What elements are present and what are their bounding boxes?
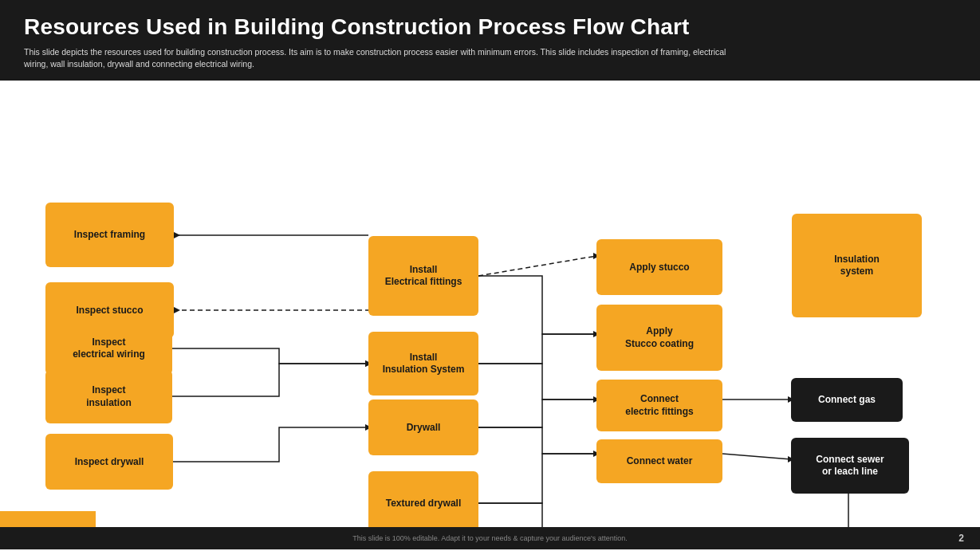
orange-accent-strip bbox=[0, 511, 96, 527]
svg-line-4 bbox=[722, 454, 791, 459]
header: Resources Used in Building Construction … bbox=[0, 0, 980, 81]
inspect-electrical-box: Inspect electrical wiring bbox=[45, 322, 172, 375]
inspect-drywall-box: Inspect drywall bbox=[45, 434, 173, 490]
apply-stucco-box: Apply stucco bbox=[596, 239, 722, 295]
header-description: This slide depicts the resources used fo… bbox=[24, 46, 742, 69]
apply-stucco-coating-box: Apply Stucco coating bbox=[596, 305, 722, 371]
svg-marker-5 bbox=[174, 232, 180, 238]
connect-sewer-box: Connect sewer or leach line bbox=[791, 438, 909, 494]
connect-water-box: Connect water bbox=[596, 439, 722, 483]
inspect-insulation-box: Inspect insulation bbox=[45, 370, 172, 423]
inspect-framing-box: Inspect framing bbox=[45, 203, 174, 267]
page-title: Resources Used in Building Construction … bbox=[24, 14, 956, 40]
page-number: 2 bbox=[958, 533, 964, 544]
svg-marker-6 bbox=[174, 307, 180, 313]
textured-drywall-box: Textured drywall bbox=[368, 471, 478, 527]
svg-line-2 bbox=[478, 256, 596, 276]
connect-gas-box: Connect gas bbox=[791, 378, 903, 422]
diagram-area: Inspect framing Inspect stucco Inspect e… bbox=[0, 81, 980, 527]
connect-electric-box: Connect electric fittings bbox=[596, 380, 722, 431]
drywall-box: Drywall bbox=[368, 399, 478, 455]
insulation-system-top-box: Insulation system bbox=[792, 214, 922, 317]
footer-caption: This slide is 100% editable. Adapt it to… bbox=[352, 534, 627, 542]
install-electrical-box: Install Electrical fittings bbox=[368, 236, 478, 316]
install-insulation-box: Install Insulation System bbox=[368, 332, 478, 396]
footer: This slide is 100% editable. Adapt it to… bbox=[0, 527, 980, 549]
